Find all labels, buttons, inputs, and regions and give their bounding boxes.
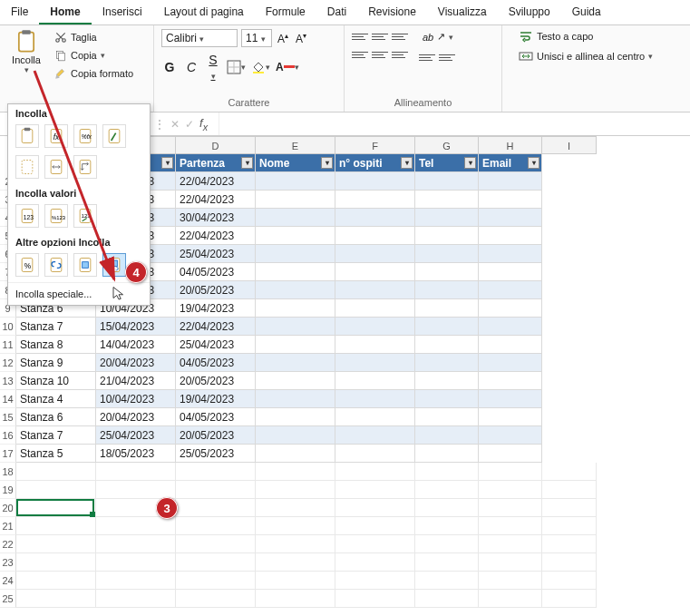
empty-cell[interactable] [256,590,335,608]
column-header-G[interactable]: G [415,136,479,154]
menu-item-visualizza[interactable]: Visualizza [427,0,498,24]
empty-cell[interactable] [16,517,96,535]
table-cell[interactable]: 15/04/2023 [96,318,176,336]
paste-linked-picture-button[interactable] [102,253,126,277]
empty-cell[interactable] [542,463,597,481]
table-cell[interactable] [415,245,479,263]
cancel-formula-button[interactable]: ✕ [170,118,180,131]
table-cell[interactable] [415,263,479,281]
row-header[interactable]: 14 [0,390,16,408]
empty-cell[interactable] [479,590,542,608]
table-cell[interactable] [335,336,415,354]
table-cell[interactable] [335,390,415,408]
table-cell[interactable]: 25/04/2023 [96,426,176,445]
empty-cell[interactable] [256,572,335,590]
row-header[interactable]: 20 [0,499,16,517]
row-header[interactable]: 18 [0,463,16,481]
empty-cell[interactable] [542,590,597,608]
table-cell[interactable]: 20/04/2023 [96,354,176,372]
underline-button[interactable]: S ▾ [205,53,221,82]
table-cell[interactable] [256,299,335,318]
increase-indent-button[interactable] [439,50,455,64]
decrease-font-button[interactable]: A▾ [294,32,308,45]
table-cell[interactable] [479,426,542,445]
empty-cell[interactable] [542,499,597,517]
merge-center-button[interactable]: Unisci e allinea al centro ▾ [519,49,683,64]
column-header-D[interactable]: D [176,136,256,154]
empty-cell[interactable] [479,481,542,499]
paste-values-number-button[interactable]: %123 [44,204,68,228]
table-cell[interactable]: 04/05/2023 [176,263,256,281]
table-cell[interactable]: 10/04/2023 [96,390,176,408]
empty-cell[interactable] [335,590,415,608]
table-cell[interactable] [415,408,479,426]
empty-cell[interactable] [256,499,335,517]
table-header-cell[interactable]: Partenza▾ [176,154,256,172]
selected-cell[interactable] [16,499,94,516]
paste-no-borders-button[interactable] [15,155,39,179]
empty-cell[interactable] [335,499,415,517]
fx-button[interactable]: fx [199,116,208,132]
row-header[interactable]: 21 [0,517,16,535]
table-cell[interactable] [256,390,335,408]
row-header[interactable]: 19 [0,481,16,499]
empty-cell[interactable] [415,499,479,517]
table-cell[interactable] [415,299,479,318]
table-cell[interactable]: Stanza 7 [16,426,96,445]
table-cell[interactable]: 14/04/2023 [96,336,176,354]
paste-keep-source-button[interactable] [102,124,126,148]
column-header-F[interactable]: F [335,136,415,154]
empty-cell[interactable] [96,481,176,499]
paste-button[interactable]: Incolla ▾ [7,29,45,74]
orientation-button[interactable]: ab↗ ▾ [419,29,457,44]
menu-item-revisione[interactable]: Revisione [357,0,427,24]
paste-special-button[interactable]: Incolla speciale... [8,282,150,305]
table-cell[interactable]: 20/05/2023 [176,281,256,299]
table-cell[interactable] [335,172,415,191]
table-cell[interactable] [415,372,479,390]
paste-keep-width-button[interactable] [44,155,68,179]
paste-formatting-button[interactable]: % [15,253,39,277]
empty-cell[interactable] [335,517,415,535]
empty-cell[interactable] [479,463,542,481]
empty-cell[interactable] [256,463,335,481]
paste-all-button[interactable] [15,124,39,148]
table-cell[interactable] [256,445,335,463]
row-header[interactable]: 16 [0,426,16,445]
paste-values-button[interactable]: 123 [15,204,39,228]
table-cell[interactable] [335,263,415,281]
table-cell[interactable] [415,191,479,209]
empty-cell[interactable] [176,463,256,481]
font-color-button[interactable]: A▾ [276,61,299,73]
table-cell[interactable]: 20/05/2023 [176,426,256,445]
copy-button[interactable]: Copia ▾ [51,47,137,64]
empty-cell[interactable] [415,481,479,499]
table-header-cell[interactable]: n° ospiti▾ [335,154,415,172]
empty-cell[interactable] [335,553,415,572]
menu-item-formule[interactable]: Formule [255,0,316,24]
paste-formulas-button[interactable]: fx [44,124,68,148]
empty-cell[interactable] [176,517,256,535]
empty-cell[interactable] [96,463,176,481]
table-cell[interactable] [479,354,542,372]
paste-transpose-button[interactable] [73,155,97,179]
empty-cell[interactable] [415,553,479,572]
font-name-select[interactable]: Calibri ▾ [161,29,238,47]
table-cell[interactable] [335,299,415,318]
align-middle-button[interactable] [372,29,388,44]
row-header[interactable]: 11 [0,336,16,354]
table-cell[interactable] [335,408,415,426]
table-cell[interactable] [335,354,415,372]
filter-dropdown-icon[interactable]: ▾ [161,157,173,169]
empty-cell[interactable] [479,572,542,590]
filter-dropdown-icon[interactable]: ▾ [464,157,476,169]
table-cell[interactable]: Stanza 9 [16,354,96,372]
empty-cell[interactable] [176,481,256,499]
table-cell[interactable] [335,191,415,209]
table-cell[interactable]: 22/04/2023 [176,172,256,191]
empty-cell[interactable] [479,535,542,553]
empty-cell[interactable] [96,553,176,572]
table-cell[interactable] [335,227,415,245]
table-cell[interactable] [256,426,335,445]
table-cell[interactable]: 19/04/2023 [176,390,256,408]
